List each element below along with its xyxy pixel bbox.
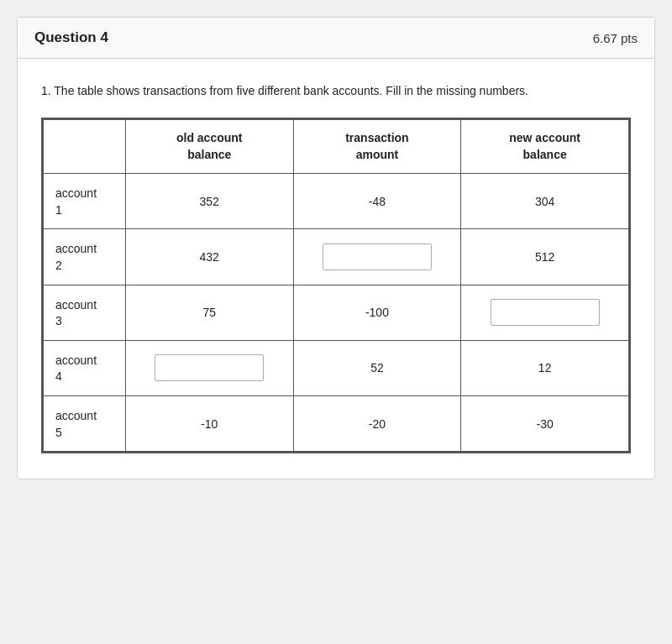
table-header-row: old accountbalance transactionamount new… [44,120,629,174]
row-3-new-balance-input[interactable] [491,299,600,326]
row-4-transaction: 52 [293,340,461,395]
row-2-old-balance: 432 [125,229,293,285]
row-5-label: account5 [44,395,126,451]
col-header-new-balance: new accountbalance [461,120,629,174]
row-3-old-balance: 75 [125,285,293,340]
question-card: Question 4 6.67 pts 1. The table shows t… [17,17,655,479]
points-label: 6.67 pts [593,31,638,45]
card-body: 1. The table shows transactions from fiv… [18,59,654,479]
row-2-new-balance: 512 [461,229,629,285]
table-wrapper: old accountbalance transactionamount new… [41,118,631,453]
col-header-transaction: transactionamount [293,120,461,174]
table-row: account45212 [44,340,629,395]
row-4-old-balance[interactable] [125,340,293,395]
row-3-transaction: -100 [293,285,461,340]
transactions-table: old accountbalance transactionamount new… [43,119,629,452]
table-row: account2432512 [44,229,629,285]
card-header: Question 4 6.67 pts [18,18,654,59]
table-row: account1352-48304 [44,174,629,229]
col-header-account [44,120,126,174]
row-1-label: account1 [44,174,126,229]
row-3-label: account3 [44,285,126,340]
row-3-new-balance[interactable] [461,285,629,340]
row-4-old-balance-input[interactable] [155,354,264,381]
row-2-transaction[interactable] [293,229,461,285]
question-title: Question 4 [34,29,108,46]
row-5-transaction: -20 [293,395,461,451]
table-row: account375-100 [44,285,629,340]
instruction-text: 1. The table shows transactions from fiv… [41,84,631,97]
row-2-label: account2 [44,229,126,285]
row-4-label: account4 [44,340,126,395]
row-4-new-balance: 12 [461,340,629,395]
row-1-old-balance: 352 [125,174,293,229]
row-2-transaction-input[interactable] [323,243,432,270]
row-5-new-balance: -30 [461,395,629,451]
row-1-new-balance: 304 [461,174,629,229]
table-row: account5-10-20-30 [44,395,629,451]
row-5-old-balance: -10 [125,395,293,451]
col-header-old-balance: old accountbalance [125,120,293,174]
row-1-transaction: -48 [293,174,461,229]
